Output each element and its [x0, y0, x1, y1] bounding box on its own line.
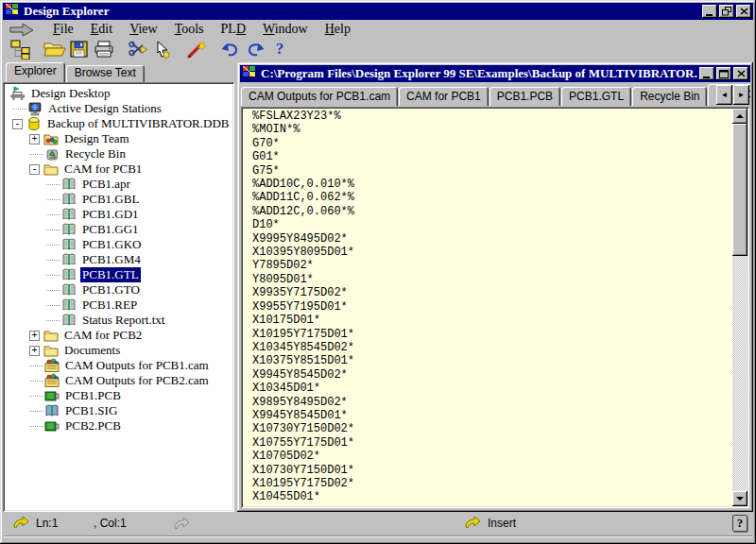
pen-button[interactable] — [184, 39, 209, 60]
redo-button[interactable] — [243, 39, 267, 60]
undo-button[interactable] — [218, 39, 243, 60]
menu-window[interactable]: Window — [254, 21, 317, 37]
tree-item-cam-for-pcb2[interactable]: +CAM for PCB2 — [5, 328, 232, 343]
document-tab-recycle-bin[interactable]: Recycle Bin — [632, 87, 707, 106]
editor-line: X9995Y8495D02* — [252, 232, 729, 246]
tree-item-backup-of-multivibrator-ddb[interactable]: -Backup of MULTIVIBRATOR.DDB — [5, 116, 232, 131]
explorer-toggle-icon — [10, 39, 31, 60]
tree-item-pcb1-rep[interactable]: PCB1.REP — [5, 298, 232, 313]
editor-line: %ADD12C,0.060*% — [252, 205, 729, 218]
tab-explorer[interactable]: Explorer — [6, 62, 65, 82]
editor-line: Y7895D02* — [252, 259, 729, 272]
tree-item-cam-outputs-for-pcb1-cam[interactable]: CAM Outputs for PCB1.cam — [5, 358, 232, 373]
tree-connector — [46, 275, 60, 276]
jump-arrow-icon — [12, 516, 31, 532]
tree-item-label: PCB2.PCB — [63, 418, 123, 434]
menu-pld[interactable]: PLD — [213, 21, 254, 37]
menu-arrow-icon[interactable] — [9, 22, 37, 37]
gerber-doc-icon — [61, 313, 77, 328]
line-indicator: Ln:1 — [36, 517, 58, 530]
tree-item-design-desktop[interactable]: Design Desktop — [5, 86, 232, 101]
tree-item-pcb1-gko[interactable]: PCB1.GKO — [5, 237, 232, 252]
recycle-icon — [44, 146, 60, 162]
doc-minimize-button[interactable] — [699, 67, 714, 80]
tree-item-label: PCB1.GM4 — [80, 252, 143, 267]
expand-box[interactable]: + — [29, 346, 40, 356]
expand-box[interactable]: + — [29, 331, 40, 341]
menu-view[interactable]: View — [121, 21, 166, 37]
tree-item-label: Active Design Stations — [46, 101, 163, 116]
editor-line: G70* — [252, 137, 729, 150]
gerber-doc-icon — [61, 237, 77, 252]
pick-button[interactable] — [150, 39, 175, 60]
app-icon — [5, 3, 20, 20]
tree-item-pcb1-pcb[interactable]: PCB1.PCB — [5, 388, 232, 403]
tree-item-pcb1-apr[interactable]: PCB1.apr — [5, 177, 232, 192]
tree-item-recycle-bin[interactable]: Recycle Bin — [5, 146, 232, 162]
tree-item-label: PCB1.GD1 — [80, 207, 141, 222]
explorer-tree[interactable]: Design DesktopActive Design Stations-Bac… — [3, 82, 234, 512]
tree-item-pcb2-pcb[interactable]: PCB2.PCB — [5, 418, 232, 434]
tree-item-cam-for-pcb1[interactable]: -CAM for PCB1 — [5, 162, 232, 177]
database-icon — [26, 116, 42, 131]
tree-item-design-team[interactable]: +Design Team — [5, 131, 232, 146]
tree-item-pcb1-gtl[interactable]: PCB1.GTL — [5, 267, 232, 282]
restore-button[interactable] — [719, 5, 734, 18]
close-button[interactable] — [736, 5, 751, 18]
document-tabs: CAM Outputs for PCB1.camCAM for PCB1PCB1… — [240, 83, 750, 106]
doc-close-button[interactable] — [733, 67, 748, 80]
tree-item-pcb1-gto[interactable]: PCB1.GTO — [5, 282, 232, 298]
tree-item-status-report-txt[interactable]: Status Report.txt — [5, 313, 232, 328]
tree-item-active-design-stations[interactable]: Active Design Stations — [5, 101, 232, 116]
editor-line: %FSLAX23Y23*% — [252, 110, 729, 123]
cam-icon — [44, 358, 60, 373]
help-button[interactable]: ? — [267, 39, 292, 60]
doc-maximize-button[interactable] — [716, 67, 731, 80]
document-tab-pcb1-pcb[interactable]: PCB1.PCB — [490, 87, 560, 106]
tree-item-label: Design Team — [62, 131, 131, 146]
open-folder-button[interactable] — [43, 39, 67, 60]
document-tab-cam-for-pcb1[interactable]: CAM for PCB1 — [399, 87, 489, 106]
pick-icon — [153, 41, 172, 59]
document-tab-cam-outputs-for-pcb1-cam[interactable]: CAM Outputs for PCB1.cam — [241, 87, 398, 106]
cut-button[interactable] — [126, 39, 150, 60]
document-tabs-strip: CAM Outputs for PCB1.camCAM for PCB1PCB1… — [241, 84, 750, 106]
tree-item-cam-outputs-for-pcb2-cam[interactable]: CAM Outputs for PCB2.cam — [5, 373, 232, 388]
expand-box[interactable]: + — [29, 134, 40, 144]
tree-connector — [46, 199, 60, 200]
tree-item-pcb1-sig[interactable]: PCB1.SIG — [5, 403, 232, 418]
text-editor[interactable]: %FSLAX23Y23*%%MOIN*%G70*G01*G75*%ADD10C,… — [241, 107, 749, 508]
editor-line: Y8095D01* — [252, 273, 729, 286]
tree-connector — [46, 290, 60, 291]
menu-tools[interactable]: Tools — [166, 21, 213, 37]
tree-item-pcb1-gd1[interactable]: PCB1.GD1 — [5, 207, 232, 222]
tree-item-pcb1-gg1[interactable]: PCB1.GG1 — [5, 222, 232, 237]
tree-item-documents[interactable]: +Documents — [5, 343, 232, 358]
menu-edit[interactable]: Edit — [82, 21, 121, 37]
status-help-button[interactable]: ? — [732, 515, 747, 532]
tree-connector — [46, 245, 60, 246]
open-folder-icon — [43, 41, 66, 58]
editor-text: %FSLAX23Y23*%%MOIN*%G70*G01*G75*%ADD10C,… — [252, 110, 729, 506]
minimize-button[interactable] — [702, 5, 717, 18]
tree-item-label: PCB1.apr — [80, 177, 132, 192]
tab-browse-text[interactable]: Browse Text — [66, 65, 145, 82]
editor-line: %ADD10C,0.010*% — [252, 178, 729, 191]
editor-line: X10705D02* — [252, 450, 729, 463]
menu-file[interactable]: File — [44, 21, 82, 37]
menu-help[interactable]: Help — [317, 21, 359, 37]
tab-scroll-right-button[interactable]: ► — [733, 85, 749, 105]
status-bar: Ln:1 , Col:1 Insert ? — [3, 512, 753, 535]
pcb-icon — [44, 388, 60, 403]
save-button[interactable] — [67, 39, 92, 60]
tree-connector — [46, 214, 60, 215]
explorer-toggle-button[interactable] — [9, 39, 33, 60]
document-tab-pcb1-gtl[interactable]: PCB1.GTL — [561, 87, 631, 106]
tree-item-pcb1-gm4[interactable]: PCB1.GM4 — [5, 252, 232, 267]
tab-scroll-left-button[interactable]: ◄ — [716, 85, 732, 105]
tree-item-pcb1-gbl[interactable]: PCB1.GBL — [5, 192, 232, 207]
print-button[interactable] — [92, 39, 116, 60]
collapse-box[interactable]: - — [29, 164, 40, 175]
collapse-box[interactable]: - — [12, 119, 23, 129]
editor-line: X10455D01* — [252, 490, 729, 503]
